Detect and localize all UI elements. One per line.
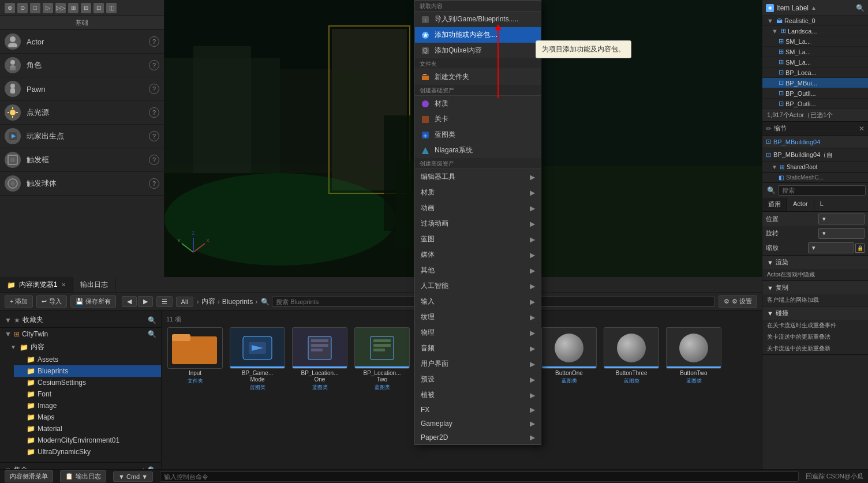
tree-item-landsca[interactable]: ▼ ⊞ Landsca...: [762, 26, 868, 36]
asset-button-three[interactable]: ButtonThree 蓝图类: [603, 327, 660, 391]
asset-button-two[interactable]: ButtonTwo 蓝图类: [665, 327, 723, 391]
tree-ultra-sky[interactable]: 📁 UltraDynamicSky: [14, 446, 161, 458]
triggerbox-help[interactable]: ?: [149, 155, 159, 165]
menu-niagara[interactable]: Niagara系统: [415, 143, 541, 158]
tree-font[interactable]: 📁 Font: [14, 388, 161, 400]
asset-input-folder[interactable]: Input 文件夹: [166, 327, 224, 391]
filter-all-btn[interactable]: ☰: [156, 296, 173, 307]
toolbar-icon-9[interactable]: ◫: [106, 3, 117, 13]
panel-item-jiaose[interactable]: 角色 ?: [0, 54, 164, 77]
menu-material[interactable]: 材质: [415, 96, 541, 111]
tree-modern-city[interactable]: 📁 ModernCityEnvironment01: [14, 435, 161, 446]
tab-general[interactable]: 通用: [762, 198, 787, 211]
menu-import[interactable]: ↓ 导入到/Game/Blueprints.....: [415, 12, 541, 27]
search-citytwin[interactable]: 🔍: [148, 330, 156, 338]
menu-other[interactable]: 其他 ▶: [415, 263, 541, 278]
render-header[interactable]: ▼ 渲染: [762, 256, 868, 269]
tab-content-browser-close[interactable]: ✕: [61, 282, 66, 288]
tree-material[interactable]: 📁 Material: [14, 423, 161, 435]
tree-item-bpmbu[interactable]: ⊡ BP_MBui...: [762, 78, 868, 88]
toolbar-icon-1[interactable]: ⊕: [5, 3, 15, 13]
tree-assets[interactable]: 📁 Assets: [14, 354, 161, 365]
toolbar-icon-4[interactable]: ▷: [43, 3, 53, 13]
tree-item-sm1[interactable]: ⊞ SM_La...: [762, 36, 868, 47]
collision-header[interactable]: ▼ 碰撞: [762, 306, 868, 320]
pawn-help[interactable]: ?: [149, 84, 159, 94]
tree-item-sm3[interactable]: ⊞ SM_La...: [762, 57, 868, 68]
asset-bp-location-two[interactable]: BP_Location...Two 蓝图类: [353, 327, 411, 391]
actor-help[interactable]: ?: [149, 36, 159, 47]
menu-preset[interactable]: 预设 ▶: [415, 372, 541, 387]
search-toggle[interactable]: 🔍: [855, 3, 865, 13]
nav-back-btn[interactable]: ◀: [122, 296, 137, 307]
menu-paper2d[interactable]: Paper2D ▶: [415, 430, 541, 444]
tree-maps[interactable]: 📁 Maps: [14, 411, 161, 423]
breadcrumb-content[interactable]: 内容: [201, 297, 215, 306]
asset-bp-location-one[interactable]: BP_Location...One 蓝图类: [291, 327, 349, 391]
asset-bp-gamemode[interactable]: BP_Game...Mode 蓝图类: [229, 327, 286, 391]
menu-ui[interactable]: 用户界面 ▶: [415, 356, 541, 372]
save-all-button[interactable]: 💾 保存所有: [70, 295, 116, 308]
content-sidebar-btn[interactable]: 内容侧滑菜单: [5, 470, 53, 482]
tree-item-bploca[interactable]: ⊡ BP_Loca...: [762, 68, 868, 78]
menu-physics[interactable]: 物理 ▶: [415, 325, 541, 340]
settings-btn[interactable]: ⚙ ⚙ 设置: [719, 295, 757, 308]
tree-blueprints[interactable]: 📁 Blueprints: [14, 365, 161, 377]
menu-new-folder[interactable]: 新建文件夹: [415, 69, 541, 85]
all-btn[interactable]: All: [176, 297, 193, 307]
menu-add-quixel[interactable]: Q 添加Quixel内容: [415, 43, 541, 58]
menu-editor-tool[interactable]: 编辑器工具 ▶: [415, 169, 541, 185]
tab-output-log[interactable]: 输出日志: [73, 277, 115, 293]
panel-item-pointlight[interactable]: 点光源 ?: [0, 101, 164, 125]
tree-cesium[interactable]: 📁 CesiumSettings: [14, 377, 161, 388]
tree-item-bpoutl2[interactable]: ⊡ BP_Outli...: [762, 99, 868, 109]
menu-ai[interactable]: 人工智能 ▶: [415, 278, 541, 294]
tab-content-browser[interactable]: 📁 内容浏览器1 ✕: [0, 277, 73, 293]
tree-neicong[interactable]: ▼ 📁 内容: [7, 340, 161, 354]
detail-close[interactable]: ✕: [859, 125, 865, 133]
rotation-dropdown[interactable]: ▾: [818, 228, 865, 239]
toolbar-icon-2[interactable]: ⊙: [17, 3, 28, 13]
cmd-dropdown[interactable]: ▼ Cmd ▼: [113, 471, 153, 482]
breadcrumb-blueprints[interactable]: Blueprints: [222, 298, 253, 306]
panel-item-pawn[interactable]: Pawn ?: [0, 77, 164, 101]
menu-fx[interactable]: FX ▶: [415, 403, 541, 417]
menu-blueprint2[interactable]: 蓝图 ▶: [415, 231, 541, 247]
tree-item-realistic[interactable]: ▼ 🏔 Realistic_0: [762, 16, 868, 26]
search-favorites[interactable]: 🔍: [148, 316, 156, 324]
output-log-btn[interactable]: 📋 输出日志: [60, 470, 106, 482]
copy-header[interactable]: ▼ 复制: [762, 281, 868, 294]
toolbar-icon-6[interactable]: ⊞: [68, 3, 78, 13]
menu-foliage[interactable]: 植被 ▶: [415, 387, 541, 403]
tab-l[interactable]: L: [814, 198, 829, 211]
lock-btn[interactable]: 🔒: [855, 244, 865, 253]
menu-cutscene[interactable]: 过场动画 ▶: [415, 216, 541, 231]
menu-media[interactable]: 媒体 ▶: [415, 247, 541, 263]
jiaose-help[interactable]: ?: [149, 60, 159, 70]
tree-item-bpoutl1[interactable]: ⊡ BP_Outli...: [762, 88, 868, 99]
tree-image[interactable]: 📁 Image: [14, 400, 161, 411]
asset-button-one[interactable]: ButtonOne 蓝图类: [540, 327, 598, 391]
menu-material2[interactable]: 材质 ▶: [415, 185, 541, 200]
nav-fwd-btn[interactable]: ▶: [138, 296, 153, 307]
scale-dropdown[interactable]: ▾: [808, 242, 854, 253]
menu-animation[interactable]: 动画 ▶: [415, 200, 541, 216]
console-input[interactable]: [160, 471, 798, 482]
panel-item-actor[interactable]: Actor ?: [0, 30, 164, 54]
menu-input[interactable]: 输入 ▶: [415, 294, 541, 309]
tree-item-sm2[interactable]: ⊞ SM_La...: [762, 47, 868, 57]
panel-item-triggersphere[interactable]: 触发球体 ?: [0, 172, 164, 196]
toolbar-icon-3[interactable]: □: [30, 3, 40, 13]
menu-audio[interactable]: 音频 ▶: [415, 340, 541, 356]
toolbar-icon-5[interactable]: ▷▷: [55, 3, 66, 13]
menu-level[interactable]: 关卡: [415, 111, 541, 127]
toolbar-icon-8[interactable]: ⊡: [93, 3, 104, 13]
add-button[interactable]: + 添加: [5, 295, 33, 308]
menu-gameplay[interactable]: Gameplay ▶: [415, 417, 541, 430]
triggersphere-help[interactable]: ?: [149, 178, 159, 189]
import-button[interactable]: ↩ 导入: [36, 295, 66, 308]
menu-add-feature[interactable]: ★ 添加功能或内容包....: [415, 27, 541, 43]
pointlight-help[interactable]: ?: [149, 107, 159, 118]
menu-texture[interactable]: 纹理 ▶: [415, 309, 541, 325]
toolbar-icon-7[interactable]: ⊟: [81, 3, 91, 13]
